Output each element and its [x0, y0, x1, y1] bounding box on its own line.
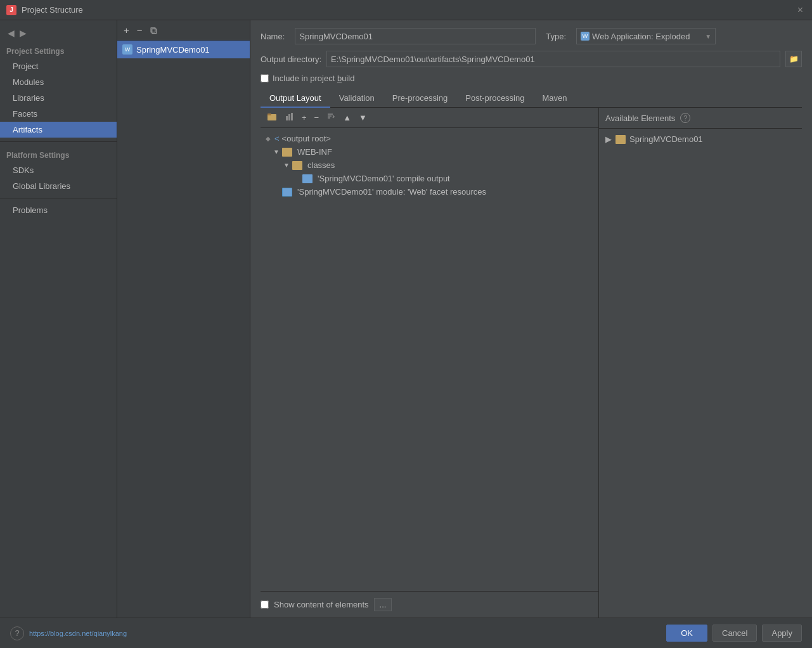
main-container: ◀ ▶ Project Settings Project Modules Lib…	[0, 20, 812, 618]
tree-toolbar: + − ▲ ▼	[261, 108, 598, 128]
artifact-list-panel: + − ⧉ W SpringMVCDemo01	[117, 20, 250, 618]
tab-pre-processing[interactable]: Pre-processing	[383, 89, 456, 108]
title-bar-text: Project Structure	[22, 5, 795, 15]
avail-node-springmvcdemo01[interactable]: ▶ SpringMVCDemo01	[599, 133, 802, 146]
tabs-bar: Output Layout Validation Pre-processing …	[261, 89, 802, 108]
content-area: + − ⧉ W SpringMVCDemo01 Name: Type:	[117, 20, 812, 618]
bottom-options: Show content of elements ...	[261, 591, 598, 618]
tree-node-web-inf[interactable]: ▼ WEB-INF	[261, 145, 598, 159]
sidebar-item-problems[interactable]: Problems	[0, 202, 117, 218]
classes-folder-icon	[292, 161, 302, 170]
avail-folder-icon	[615, 135, 626, 144]
ok-button[interactable]: OK	[666, 625, 707, 642]
tab-maven[interactable]: Maven	[533, 89, 576, 108]
tree-add-btn[interactable]: +	[299, 112, 310, 124]
output-dir-row: Output directory: 📁	[261, 51, 802, 67]
sidebar-divider-2	[0, 198, 117, 198]
available-help-icon[interactable]: ?	[680, 113, 690, 123]
include-build-row: Include in project build	[261, 74, 802, 83]
sidebar-item-project[interactable]: Project	[0, 58, 117, 74]
sidebar-nav-row: ◀ ▶	[0, 24, 117, 42]
available-panel: Available Elements ? ▶ SpringMVCDemo01	[599, 108, 802, 618]
web-inf-folder-icon	[282, 148, 292, 157]
tree-node-web-facet[interactable]: 'SpringMVCDemo01' module: 'Web' facet re…	[261, 185, 598, 198]
browse-button[interactable]: 📁	[785, 51, 802, 67]
project-settings-header: Project Settings	[0, 42, 117, 58]
svg-rect-3	[288, 114, 290, 120]
name-input[interactable]	[295, 28, 536, 44]
web-facet-label: 'SpringMVCDemo01' module: 'Web' facet re…	[297, 187, 486, 197]
sidebar-item-facets[interactable]: Facets	[0, 106, 117, 122]
tree-chart-btn[interactable]	[282, 111, 297, 124]
artifact-icon: W	[122, 44, 132, 55]
back-button[interactable]: ◀	[5, 27, 17, 39]
bottom-bar: ? https://blog.csdn.net/qianylkang OK Ca…	[0, 618, 812, 648]
tree-up-btn[interactable]: ▲	[340, 112, 354, 124]
title-bar: J Project Structure ×	[0, 0, 812, 20]
copy-artifact-button[interactable]: ⧉	[148, 23, 160, 37]
name-type-row: Name: Type: W Web Application: Exploded …	[261, 28, 802, 44]
tree-sort-btn[interactable]	[323, 111, 338, 124]
output-dir-label: Output directory:	[261, 55, 321, 64]
type-value: Web Application: Exploded	[592, 32, 702, 41]
right-panel: Name: Type: W Web Application: Exploded …	[250, 20, 812, 618]
tab-post-processing[interactable]: Post-processing	[456, 89, 533, 108]
sidebar-item-global-libraries[interactable]: Global Libraries	[0, 178, 117, 194]
available-header: Available Elements ?	[599, 108, 802, 129]
tree-remove-btn[interactable]: −	[311, 112, 323, 124]
avail-node-label: SpringMVCDemo01	[629, 134, 703, 144]
close-button[interactable]: ×	[795, 4, 806, 16]
remove-artifact-button[interactable]: −	[134, 23, 145, 37]
type-label: Type:	[546, 32, 566, 41]
show-content-label: Show content of elements	[274, 600, 369, 609]
output-layout-area: + − ▲ ▼ ◆ <	[261, 108, 802, 618]
web-facet-icon	[282, 188, 292, 197]
output-root-label: <output root>	[282, 134, 331, 143]
tab-output-layout[interactable]: Output Layout	[261, 89, 330, 108]
content-inner: + − ⧉ W SpringMVCDemo01 Name: Type:	[117, 20, 812, 618]
sidebar: ◀ ▶ Project Settings Project Modules Lib…	[0, 20, 117, 618]
show-content-checkbox[interactable]	[261, 600, 269, 609]
type-select-wrapper: W Web Application: Exploded ▼	[576, 28, 716, 44]
classes-label: classes	[307, 160, 335, 170]
add-artifact-button[interactable]: +	[121, 23, 132, 37]
tab-validation[interactable]: Validation	[330, 89, 383, 108]
platform-settings-header: Platform Settings	[0, 146, 117, 162]
sidebar-divider-1	[0, 141, 117, 142]
tree-node-compile-output[interactable]: 'SpringMVCDemo01' compile output	[261, 172, 598, 185]
tree-content: ◆ < <output root> ▼ WEB-INF	[261, 128, 598, 591]
available-header-text: Available Elements	[605, 113, 675, 123]
sidebar-item-modules[interactable]: Modules	[0, 74, 117, 90]
sidebar-item-sdks[interactable]: SDKs	[0, 162, 117, 178]
artifact-name: SpringMVCDemo01	[136, 45, 210, 55]
dots-button[interactable]: ...	[374, 598, 392, 611]
bottom-right: OK Cancel Apply	[666, 625, 802, 642]
bottom-left: ? https://blog.csdn.net/qianylkang	[10, 626, 127, 640]
include-build-checkbox[interactable]	[261, 74, 269, 82]
tree-folder-btn[interactable]	[264, 111, 281, 124]
forward-button[interactable]: ▶	[17, 27, 29, 39]
tree-down-btn[interactable]: ▼	[356, 112, 370, 124]
type-dropdown-arrow: ▼	[705, 33, 711, 40]
tree-panel: + − ▲ ▼ ◆ <	[261, 108, 599, 618]
sidebar-item-libraries[interactable]: Libraries	[0, 90, 117, 106]
tree-node-classes[interactable]: ▼ classes	[261, 159, 598, 172]
compile-output-icon	[302, 174, 313, 183]
app-icon: J	[6, 5, 16, 15]
svg-rect-1	[267, 113, 271, 115]
bottom-url: https://blog.csdn.net/qianylkang	[29, 630, 127, 637]
type-icon: W	[581, 32, 590, 41]
output-dir-input[interactable]	[326, 51, 780, 67]
name-label: Name:	[261, 32, 285, 41]
artifact-toolbar: + − ⧉	[117, 20, 250, 41]
apply-button[interactable]: Apply	[762, 625, 802, 642]
web-inf-label: WEB-INF	[297, 147, 332, 157]
available-content: ▶ SpringMVCDemo01	[599, 129, 802, 618]
sidebar-item-artifacts[interactable]: Artifacts	[0, 122, 117, 138]
help-button[interactable]: ?	[10, 626, 24, 640]
cancel-button[interactable]: Cancel	[712, 625, 757, 642]
tree-node-output-root[interactable]: ◆ < <output root>	[261, 132, 598, 145]
compile-output-label: 'SpringMVCDemo01' compile output	[318, 174, 450, 183]
svg-rect-2	[286, 116, 288, 120]
artifact-item-springmvcdemo01[interactable]: W SpringMVCDemo01	[117, 41, 250, 58]
